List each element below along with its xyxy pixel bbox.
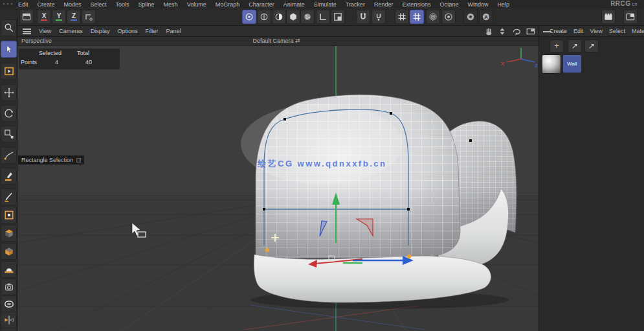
mat-menu-material[interactable]: Material xyxy=(632,28,644,34)
y-axis-lock-button[interactable]: Y xyxy=(52,10,66,24)
hud-selected-header: Selected xyxy=(39,50,61,56)
spiral-guide-icon[interactable] xyxy=(426,10,440,24)
camera-tool[interactable] xyxy=(1,279,17,295)
handle-dot-right[interactable] xyxy=(407,255,411,258)
toggle-views-icon[interactable] xyxy=(526,27,536,36)
assign-material-alt-button[interactable]: ↗ xyxy=(584,40,599,52)
camera-swap-icon[interactable]: ⇄ xyxy=(295,38,300,44)
texture-mode-icon[interactable] xyxy=(300,10,315,24)
menu-modes[interactable]: Modes xyxy=(64,1,82,8)
menu-simulate[interactable]: Simulate xyxy=(314,1,337,8)
hud-total-value: 40 xyxy=(85,59,92,65)
vp-menu-panel[interactable]: Panel xyxy=(166,28,181,34)
viewport-canvas[interactable]: 绘艺CG www.qdnxxfb.cn Y X Z Perspective De… xyxy=(17,37,539,331)
scale-tool[interactable] xyxy=(1,126,17,143)
arch-tool[interactable] xyxy=(1,261,17,278)
mat-menu-select[interactable]: Select xyxy=(609,28,625,34)
quantize-icon[interactable] xyxy=(410,10,424,24)
assign-material-button[interactable]: ↗ xyxy=(568,40,582,52)
snap-magnet-icon[interactable] xyxy=(356,10,370,24)
material-menubar: Create Edit View Select Material xyxy=(539,26,644,37)
locked-workplane-icon[interactable] xyxy=(463,10,478,24)
viewport-watermark: 绘艺CG www.qdnxxfb.cn xyxy=(257,159,386,168)
menu-extensions[interactable]: Extensions xyxy=(402,1,430,8)
menu-mograph[interactable]: MoGraph xyxy=(216,1,240,8)
menu-octane[interactable]: Octane xyxy=(439,1,458,8)
menu-window[interactable]: Window xyxy=(468,1,489,8)
viewport-hamburger-icon[interactable] xyxy=(23,29,31,34)
add-material-button[interactable]: + xyxy=(550,40,564,52)
model-base[interactable] xyxy=(254,255,491,302)
rotate-tool[interactable] xyxy=(1,105,17,122)
menu-animate[interactable]: Animate xyxy=(283,1,305,8)
menu-select[interactable]: Select xyxy=(91,1,107,8)
cube-bottom-tool[interactable] xyxy=(1,243,17,260)
workplane-axis-icon[interactable] xyxy=(82,10,96,24)
menu-tools[interactable]: Tools xyxy=(116,1,129,8)
menu-create[interactable]: Create xyxy=(38,1,55,8)
auto-workplane-icon[interactable]: A xyxy=(479,10,493,24)
material-manager-panel: + ↗ ↗ Wall xyxy=(539,37,644,331)
x-axis-lock-button[interactable]: X xyxy=(37,10,51,24)
zoom-view-icon[interactable] xyxy=(497,27,507,36)
mat-menu-create[interactable]: Create xyxy=(550,28,567,34)
vp-menu-options[interactable]: Options xyxy=(117,28,137,34)
menu-mesh[interactable]: Mesh xyxy=(164,1,178,8)
material-preview-sphere[interactable] xyxy=(542,54,561,74)
object-axis-mode-icon[interactable] xyxy=(257,10,271,24)
auto-snap-icon[interactable] xyxy=(372,10,386,24)
capsule-tool[interactable] xyxy=(1,295,17,312)
menu-spline[interactable]: Spline xyxy=(139,1,155,8)
active-tool-label: Rectangle Selection xyxy=(18,155,84,165)
tool-options-icon[interactable] xyxy=(76,158,81,163)
cube-outline-tool[interactable] xyxy=(1,328,17,331)
left-tool-palette xyxy=(0,17,17,331)
menu-edit[interactable]: Edit xyxy=(18,1,28,8)
vp-menu-filter[interactable]: Filter xyxy=(145,28,158,34)
sketch-tool[interactable] xyxy=(1,168,17,185)
render-settings-icon[interactable] xyxy=(623,10,638,24)
mirror-tool[interactable] xyxy=(1,312,17,328)
mode-toolbar: X Y Z xyxy=(0,8,644,26)
window-layout-icon[interactable] xyxy=(19,10,34,24)
corner-axis-icon[interactable] xyxy=(316,10,330,24)
model-dome[interactable] xyxy=(241,95,460,258)
z-axis-lock-button[interactable]: Z xyxy=(67,10,81,24)
workplane-mode-icon[interactable] xyxy=(331,10,345,24)
menu-tracker[interactable]: Tracker xyxy=(346,1,365,8)
brand-watermark: RRCGcn xyxy=(610,0,638,7)
camera-label[interactable]: Default Camera ⇄ xyxy=(212,38,341,44)
menu-volume[interactable]: Volume xyxy=(187,1,206,8)
menu-help[interactable]: Help xyxy=(498,1,510,8)
rectangle-tool[interactable] xyxy=(1,207,17,223)
point-mode-icon[interactable] xyxy=(272,10,286,24)
grid-snap-icon[interactable] xyxy=(395,10,409,24)
scene-3d: 绘艺CG www.qdnxxfb.cn Y X Z xyxy=(17,37,539,331)
move-tool[interactable] xyxy=(1,84,17,101)
render-queue-icon[interactable] xyxy=(601,10,616,24)
polygon-mode-icon[interactable] xyxy=(286,10,300,24)
knife-tool[interactable] xyxy=(1,188,17,205)
menu-character[interactable]: Character xyxy=(249,1,274,8)
viewport-title-strip: Perspective Default Camera ⇄ xyxy=(17,37,539,46)
search-icon[interactable] xyxy=(1,19,17,36)
tweak-tool[interactable] xyxy=(1,63,17,80)
cube-top-tool[interactable] xyxy=(1,225,17,242)
vp-menu-cameras[interactable]: Cameras xyxy=(59,28,83,34)
mat-menu-view[interactable]: View xyxy=(590,28,603,34)
live-selection-tool[interactable] xyxy=(1,41,17,58)
vp-menu-view[interactable]: View xyxy=(39,28,51,34)
menu-render[interactable]: Render xyxy=(374,1,394,8)
application-window: Edit Create Modes Select Tools Spline Me… xyxy=(0,0,644,331)
target-guide-icon[interactable] xyxy=(441,10,456,24)
material-name-label[interactable]: Wall xyxy=(563,55,581,73)
view-label[interactable]: Perspective xyxy=(21,38,52,44)
model-mode-icon[interactable] xyxy=(242,10,256,24)
mat-menu-edit[interactable]: Edit xyxy=(573,28,584,34)
pan-view-icon[interactable] xyxy=(483,27,493,36)
rotate-view-icon[interactable] xyxy=(511,27,522,36)
vp-menu-display[interactable]: Display xyxy=(91,28,110,34)
svg-text:X: X xyxy=(501,61,505,67)
handle-dot-left[interactable] xyxy=(265,248,269,252)
pen-tool[interactable] xyxy=(1,147,17,164)
